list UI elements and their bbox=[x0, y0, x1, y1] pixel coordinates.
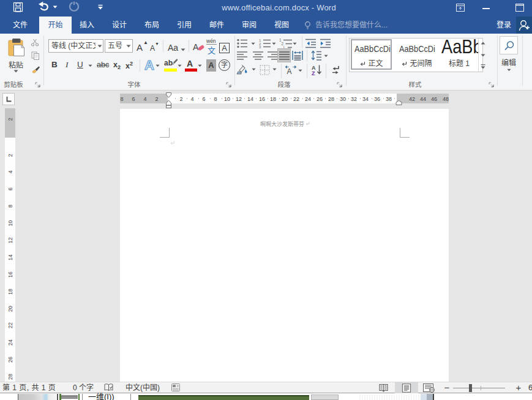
svg-text:A: A bbox=[312, 65, 316, 71]
svg-text:3: 3 bbox=[259, 45, 261, 49]
svg-text:A: A bbox=[144, 58, 154, 72]
svg-text:Z: Z bbox=[312, 70, 315, 76]
svg-text:A: A bbox=[287, 67, 292, 75]
